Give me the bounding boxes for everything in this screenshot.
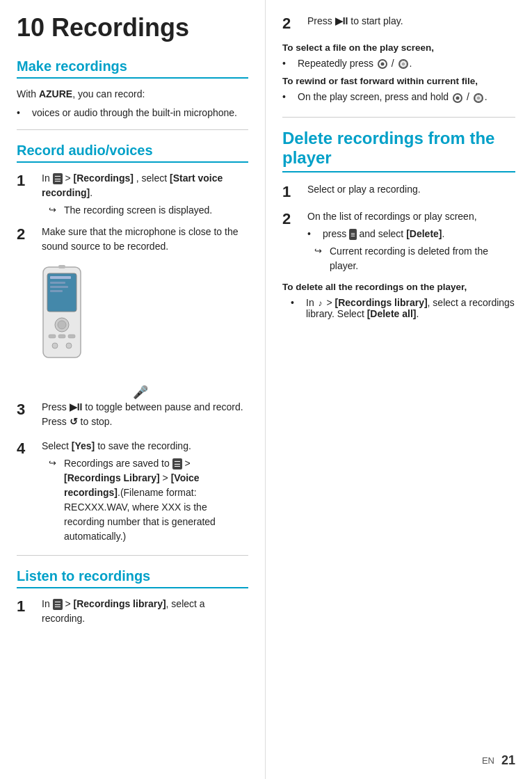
delete-step-2-block: 2 On the list of recordings or play scre… <box>282 209 515 273</box>
mic-symbol: 🎤 <box>32 385 248 400</box>
svg-point-11 <box>52 343 58 348</box>
svg-rect-1 <box>47 273 76 312</box>
left-column: 10 Recordings Make recordings With AZURE… <box>0 0 266 779</box>
lang-label: EN <box>482 755 494 766</box>
make-recordings-bullet: • voices or audio through the built-in m… <box>17 107 248 118</box>
menu-icon-listen: ☰ <box>53 599 63 611</box>
record-audio-section: Record audio/voices 1 In ☰ > [Recordings… <box>17 143 248 544</box>
listen-recordings-section: Listen to recordings 1 In ☰ > [Recording… <box>17 568 248 629</box>
svg-rect-5 <box>50 290 63 292</box>
delete-recordings-section: Delete recordings from the player 1 Sele… <box>282 129 515 320</box>
menu-icon-step1: ☰ <box>53 173 63 185</box>
delete-step-1-block: 1 Select or play a recording. <box>282 182 515 202</box>
mic-icon-delete: ♪ <box>319 298 323 308</box>
svg-point-12 <box>66 343 72 348</box>
svg-rect-2 <box>50 276 71 279</box>
rewind-bullet: • On the play screen, press and hold / . <box>282 91 515 102</box>
make-recordings-intro: With AZURE, you can record: <box>17 87 248 102</box>
nav-icon-4 <box>474 93 483 103</box>
delete-recordings-title: Delete recordings from the player <box>282 129 515 173</box>
device-illustration <box>31 264 248 375</box>
device-svg <box>31 264 93 375</box>
menu-icon-delete: ≡ <box>349 229 356 241</box>
top-right-section: 2 Press ▶II to start play. To select a f… <box>282 14 515 103</box>
listen-step-1-block: 1 In ☰ > [Recordings library], select a … <box>17 597 248 629</box>
record-audio-title: Record audio/voices <box>17 143 248 163</box>
step4-arrow: ↪ Recordings are saved to ☰ > [Recording… <box>49 456 248 544</box>
nav-icon-1 <box>378 59 387 69</box>
divider-2 <box>17 555 248 556</box>
svg-rect-4 <box>50 286 68 288</box>
menu-icon-step4: ☰ <box>172 458 182 470</box>
svg-rect-9 <box>58 335 65 338</box>
step-3-block: 3 Press ▶II to toggle between pause and … <box>17 400 248 432</box>
make-recordings-title: Make recordings <box>17 58 248 79</box>
make-recordings-section: Make recordings With AZURE, you can reco… <box>17 58 248 118</box>
delete-all-bullet: • In ♪ > [Recordings library], select a … <box>291 297 515 319</box>
step-2-block: 2 Make sure that the microphone is close… <box>17 225 248 257</box>
page-title: 10 Recordings <box>17 14 248 42</box>
divider-1 <box>17 129 248 130</box>
svg-point-7 <box>58 321 66 329</box>
svg-rect-8 <box>49 335 56 338</box>
delete-bullet: • press ≡ and select [Delete]. <box>307 227 515 241</box>
select-file-label: To select a file on the play screen, <box>282 41 515 55</box>
right-step-2-block: 2 Press ▶II to start play. <box>282 14 515 34</box>
svg-rect-3 <box>50 282 65 284</box>
delete-all-label: To delete all the recordings on the play… <box>282 280 515 294</box>
step-1-block: 1 In ☰ > [Recordings] , select [Start vo… <box>17 171 248 218</box>
page-footer: EN 21 <box>482 753 515 768</box>
rewind-label: To rewind or fast forward within current… <box>282 74 515 88</box>
svg-rect-13 <box>58 265 65 268</box>
listen-recordings-title: Listen to recordings <box>17 568 248 588</box>
step1-arrow: ↪ The recording screen is displayed. <box>49 203 248 218</box>
right-column: 2 Press ▶II to start play. To select a f… <box>266 0 532 779</box>
page-number: 21 <box>501 753 515 768</box>
nav-icon-2 <box>398 59 408 69</box>
select-file-bullet: • Repeatedly press / . <box>282 58 515 69</box>
delete-step2-arrow: ↪ Current recording is deleted from the … <box>314 244 515 273</box>
divider-right-1 <box>282 117 515 118</box>
svg-rect-10 <box>68 335 75 338</box>
nav-icon-3 <box>453 93 462 103</box>
step-4-block: 4 Select [Yes] to save the recording. ↪ … <box>17 439 248 544</box>
